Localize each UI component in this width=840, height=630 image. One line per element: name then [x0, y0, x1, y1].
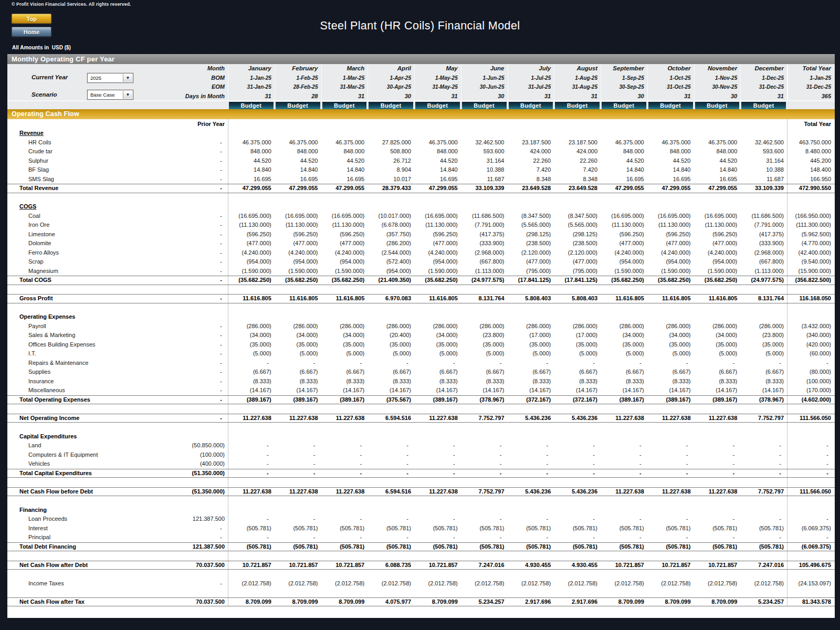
value-cell[interactable]: - — [414, 514, 461, 524]
value-cell[interactable]: - — [368, 469, 414, 478]
month-header-cell[interactable]: April — [368, 64, 414, 74]
value-cell[interactable] — [601, 588, 647, 597]
value-cell[interactable]: - — [508, 459, 554, 469]
value-cell[interactable]: (8.333) — [368, 377, 414, 386]
value-cell[interactable] — [368, 404, 414, 414]
value-cell[interactable]: - — [321, 469, 368, 478]
value-cell[interactable]: (6.667) — [228, 368, 275, 377]
value-cell[interactable]: (6.667) — [368, 368, 414, 377]
row-label[interactable]: Magnesium — [7, 267, 136, 276]
value-cell[interactable]: - — [275, 469, 321, 478]
value-cell[interactable] — [508, 551, 554, 561]
total-year-cell[interactable]: (6.069.375) — [787, 543, 835, 551]
value-cell[interactable]: (14.167) — [461, 386, 508, 395]
value-cell[interactable]: (795.000) — [508, 267, 554, 276]
value-cell[interactable]: (505.781) — [601, 543, 647, 551]
total-year-cell[interactable] — [787, 551, 835, 561]
value-cell[interactable]: 47.299.055 — [647, 184, 694, 193]
value-cell[interactable] — [414, 119, 461, 129]
value-cell[interactable] — [321, 506, 368, 515]
value-cell[interactable]: 46.375.000 — [694, 138, 741, 148]
month-header-cell[interactable]: December — [740, 64, 787, 74]
prior-year-cell[interactable] — [136, 303, 228, 313]
value-cell[interactable] — [508, 588, 554, 597]
value-cell[interactable] — [554, 506, 601, 515]
value-cell[interactable] — [694, 588, 741, 597]
prior-year-cell[interactable]: - — [136, 184, 228, 193]
month-header-cell[interactable]: 1-May-25 — [414, 74, 461, 83]
row-label[interactable]: Sulphur — [7, 156, 136, 166]
value-cell[interactable] — [601, 570, 647, 579]
value-cell[interactable]: - — [554, 459, 601, 469]
value-cell[interactable]: (1.590.000) — [321, 267, 368, 276]
row-label[interactable] — [7, 478, 136, 487]
value-cell[interactable]: (5.000) — [601, 349, 647, 359]
value-cell[interactable]: (596.250) — [601, 230, 647, 239]
row-label[interactable]: Miscellaneous — [7, 386, 136, 395]
value-cell[interactable] — [228, 193, 275, 203]
value-cell[interactable]: - — [694, 514, 741, 524]
month-header-cell[interactable]: 31 — [414, 92, 461, 101]
value-cell[interactable]: - — [321, 441, 368, 450]
value-cell[interactable]: (477.000) — [508, 257, 554, 267]
value-cell[interactable]: 11.227.638 — [321, 414, 368, 423]
value-cell[interactable]: 7.752.797 — [740, 488, 787, 496]
value-cell[interactable]: - — [414, 459, 461, 469]
value-cell[interactable]: (286.200) — [368, 239, 414, 248]
value-cell[interactable]: - — [601, 359, 647, 368]
row-label[interactable]: Repairs & Maintenance — [7, 359, 136, 368]
value-cell[interactable]: (2.012.758) — [228, 579, 275, 589]
value-cell[interactable] — [275, 588, 321, 597]
value-cell[interactable]: (35.682.250) — [321, 276, 368, 285]
value-cell[interactable]: (372.167) — [554, 396, 601, 404]
prior-year-cell[interactable]: (51.350.000) — [136, 488, 228, 496]
total-year-cell[interactable]: (3.432.000) — [787, 322, 835, 331]
month-header-cell[interactable]: 1-Oct-25 — [647, 74, 694, 83]
value-cell[interactable] — [228, 570, 275, 579]
value-cell[interactable] — [554, 404, 601, 414]
value-cell[interactable]: - — [694, 441, 741, 450]
row-label[interactable]: HR Coils — [7, 138, 136, 148]
value-cell[interactable] — [414, 285, 461, 295]
value-cell[interactable] — [740, 129, 787, 138]
value-cell[interactable]: 23.649.528 — [508, 184, 554, 193]
value-cell[interactable]: (17.841.125) — [508, 276, 554, 285]
value-cell[interactable]: (2.012.758) — [554, 579, 601, 589]
month-header-cell[interactable]: October — [647, 64, 694, 74]
value-cell[interactable]: (477.000) — [321, 239, 368, 248]
value-cell[interactable] — [228, 404, 275, 414]
row-label[interactable]: Offices Building Expenses — [7, 340, 136, 350]
value-cell[interactable] — [647, 129, 694, 138]
value-cell[interactable]: 8.709.099 — [321, 598, 368, 606]
value-cell[interactable]: 508.800 — [368, 147, 414, 156]
value-cell[interactable] — [461, 129, 508, 138]
value-cell[interactable]: (1.113.000) — [461, 267, 508, 276]
value-cell[interactable] — [228, 496, 275, 506]
total-year-cell[interactable]: - — [787, 359, 835, 368]
prior-year-cell[interactable] — [136, 202, 228, 212]
prior-year-cell[interactable] — [136, 432, 228, 442]
value-cell[interactable]: (5.000) — [508, 349, 554, 359]
value-cell[interactable] — [740, 312, 787, 322]
prior-year-cell[interactable] — [136, 588, 228, 597]
value-cell[interactable] — [228, 129, 275, 138]
value-cell[interactable]: (596.250) — [321, 230, 368, 239]
value-cell[interactable]: (14.167) — [694, 386, 741, 395]
prior-year-cell[interactable]: 121.387.500 — [136, 543, 228, 551]
value-cell[interactable]: (2.012.758) — [740, 579, 787, 589]
value-cell[interactable]: 11.227.638 — [647, 488, 694, 496]
value-cell[interactable] — [321, 423, 368, 432]
value-cell[interactable]: (8.333) — [508, 377, 554, 386]
prior-year-cell[interactable]: - — [136, 349, 228, 359]
value-cell[interactable] — [275, 404, 321, 414]
value-cell[interactable]: - — [368, 441, 414, 450]
value-cell[interactable]: 47.299.055 — [228, 184, 275, 193]
prior-year-cell[interactable] — [136, 312, 228, 322]
value-cell[interactable]: 14.840 — [275, 165, 321, 175]
value-cell[interactable]: 11.227.638 — [694, 488, 741, 496]
value-cell[interactable]: (21.409.350) — [368, 276, 414, 285]
row-label[interactable] — [7, 570, 136, 579]
total-year-cell[interactable] — [787, 285, 835, 295]
value-cell[interactable]: 10.721.857 — [647, 561, 694, 570]
row-label[interactable]: Financing — [7, 506, 136, 515]
